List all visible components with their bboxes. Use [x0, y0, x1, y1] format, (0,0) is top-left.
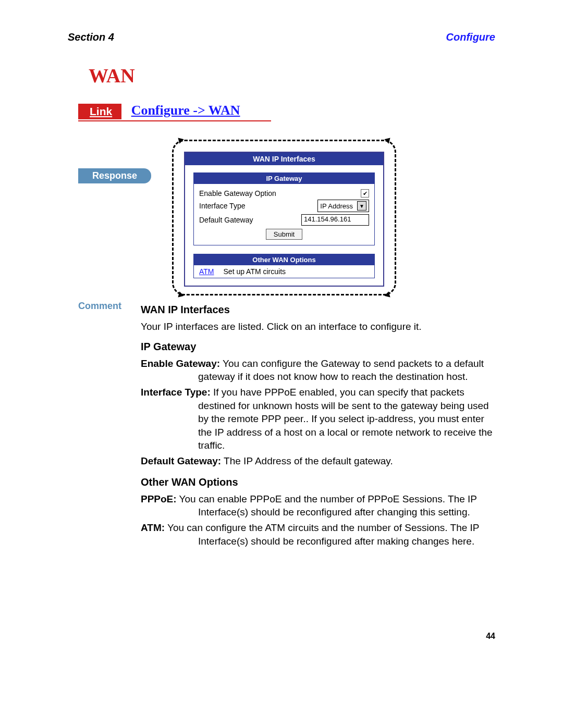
ip-gateway-title: IP Gateway [194, 173, 374, 184]
heading-wan-ip: WAN IP Interfaces [141, 303, 495, 317]
wan-panel: WAN IP Interfaces IP Gateway Enable Gate… [184, 152, 384, 287]
link-badge: Link [78, 104, 121, 119]
chevron-down-icon: ▼ [357, 201, 366, 211]
page-number: 44 [486, 632, 495, 641]
header-section: Section 4 [68, 31, 114, 43]
submit-button[interactable]: Submit [266, 229, 302, 240]
breadcrumb-link[interactable]: Configure -> WAN [131, 103, 240, 118]
interface-type-value: IP Address [320, 202, 353, 210]
term-enable-gateway: Enable Gateway: You can configure the Ga… [141, 357, 495, 384]
other-wan-title: Other WAN Options [194, 254, 374, 265]
desc-wan-ip: Your IP interfaces are listed. Click on … [141, 320, 495, 334]
panel-title: WAN IP Interfaces [185, 153, 383, 165]
header-chapter: Configure [446, 31, 495, 43]
atm-link-desc: Set up ATM circuits [224, 267, 286, 276]
default-gateway-label: Default Gateway [199, 216, 253, 224]
atm-link[interactable]: ATM [199, 267, 214, 276]
enable-gateway-label: Enable Gateway Option [199, 189, 276, 198]
interface-type-select[interactable]: IP Address ▼ [317, 200, 369, 212]
response-screenshot-frame: WAN IP Interfaces IP Gateway Enable Gate… [172, 140, 396, 295]
enable-gateway-checkbox[interactable]: ✔ [361, 189, 369, 198]
term-default-gateway: Default Gateway: The IP Address of the d… [141, 454, 495, 468]
interface-type-label: Interface Type [199, 202, 245, 210]
heading-other-wan: Other WAN Options [141, 475, 495, 489]
comment-label: Comment [78, 301, 141, 312]
term-atm: ATM: You can configure the ATM circuits … [141, 521, 495, 548]
default-gateway-input[interactable]: 141.154.96.161 [301, 214, 369, 226]
heading-ip-gateway: IP Gateway [141, 340, 495, 354]
page-title: WAN [89, 64, 495, 87]
term-interface-type: Interface Type: If you have PPPoE enable… [141, 386, 495, 452]
term-pppoe: PPPoE: You can enable PPPoE and the numb… [141, 492, 495, 519]
doc-body: WAN IP Interfaces Your IP interfaces are… [141, 301, 495, 550]
response-label: Response [78, 168, 151, 183]
